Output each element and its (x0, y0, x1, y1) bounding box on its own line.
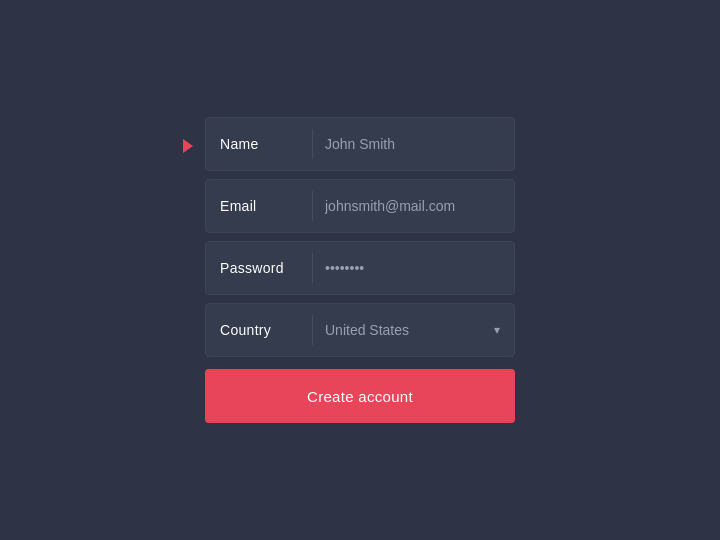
password-field-row: Password (205, 241, 515, 295)
chevron-down-icon: ▾ (494, 323, 500, 337)
email-label: Email (220, 198, 300, 214)
country-select[interactable]: United States Canada United Kingdom Aust… (325, 322, 490, 338)
email-field-row: Email (205, 179, 515, 233)
create-account-button[interactable]: Create account (205, 369, 515, 423)
name-field-row: Name (205, 117, 515, 171)
name-input[interactable] (325, 136, 500, 152)
field-divider (312, 253, 313, 283)
field-divider (312, 315, 313, 345)
country-label: Country (220, 322, 300, 338)
country-field-row: Country United States Canada United King… (205, 303, 515, 357)
active-field-indicator (183, 139, 193, 153)
country-select-wrapper: United States Canada United Kingdom Aust… (325, 322, 500, 338)
password-label: Password (220, 260, 300, 276)
field-divider (312, 191, 313, 221)
registration-form: Name Email Password Country United State… (205, 117, 515, 423)
password-input[interactable] (325, 260, 500, 276)
name-label: Name (220, 136, 300, 152)
email-input[interactable] (325, 198, 500, 214)
field-divider (312, 129, 313, 159)
